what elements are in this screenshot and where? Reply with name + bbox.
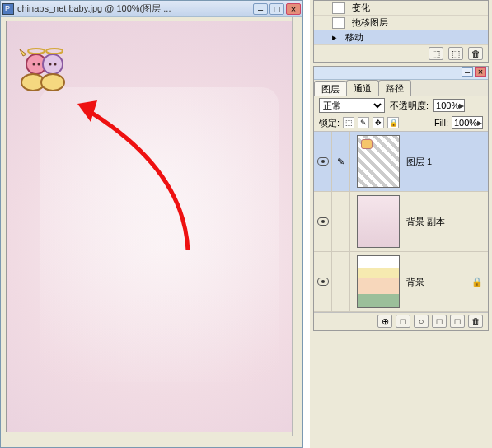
layer-name[interactable]: 背景 副本 xyxy=(406,216,488,228)
history-item[interactable]: ▸ 移动 xyxy=(314,30,488,45)
sticker-spot xyxy=(361,139,373,149)
svg-point-8 xyxy=(49,63,52,66)
layer-thumbnail[interactable] xyxy=(357,195,400,248)
link-toggle[interactable]: ✎ xyxy=(332,132,350,191)
layer-row[interactable]: 背景 副本 xyxy=(314,192,488,252)
eye-icon xyxy=(317,217,329,226)
adjust-layer-button[interactable]: □ xyxy=(432,315,447,328)
minimize-button[interactable]: – xyxy=(253,3,268,15)
new-snapshot-button[interactable]: ⬚ xyxy=(429,47,443,60)
new-set-button[interactable]: ○ xyxy=(414,315,429,328)
lock-all-icon[interactable]: 🔒 xyxy=(387,117,399,128)
panel-tabs: 图层 通道 路径 xyxy=(314,80,488,96)
history-panel: 变化 拖移图层 ▸ 移动 ⬚ ⬚ 🗑 xyxy=(313,0,489,63)
history-item[interactable]: 变化 xyxy=(314,1,488,16)
angel-sticker xyxy=(18,44,71,96)
app-icon xyxy=(2,3,14,15)
panel-titlebar[interactable]: – × xyxy=(314,67,488,80)
window-title: chinaps_net baby.jpg @ 100%(图层 ... xyxy=(17,2,253,15)
lock-transparent-icon[interactable]: ⬚ xyxy=(343,117,354,128)
visibility-toggle[interactable] xyxy=(314,132,332,191)
lock-row: 锁定: ⬚ ✎ ✥ 🔒 Fill: 100%▶ xyxy=(314,114,488,131)
history-label: 拖移图层 xyxy=(352,16,388,29)
layers-footer: ⊕ □ ○ □ □ 🗑 xyxy=(314,312,488,330)
svg-point-5 xyxy=(41,74,64,91)
panel-minimize-button[interactable]: – xyxy=(462,67,473,77)
layer-row[interactable]: ✎ 图层 1 xyxy=(314,132,488,192)
history-label: 变化 xyxy=(352,2,370,14)
history-item[interactable]: 拖移图层 xyxy=(314,16,488,30)
panel-close-button[interactable]: × xyxy=(475,67,486,77)
opacity-input[interactable]: 100%▶ xyxy=(433,99,465,112)
fill-label: Fill: xyxy=(434,118,448,128)
lock-label: 锁定: xyxy=(319,117,340,129)
tab-paths[interactable]: 路径 xyxy=(378,80,411,96)
panels-column: 变化 拖移图层 ▸ 移动 ⬚ ⬚ 🗑 – × 图层 通道 路径 正常 xyxy=(310,0,492,448)
blend-mode-select[interactable]: 正常 xyxy=(319,98,385,113)
eye-icon xyxy=(317,157,329,166)
titlebar[interactable]: chinaps_net baby.jpg @ 100%(图层 ... – □ × xyxy=(1,1,302,17)
horizontal-scrollbar[interactable] xyxy=(1,436,292,447)
trash-button[interactable]: 🗑 xyxy=(468,47,483,60)
opacity-label: 不透明度: xyxy=(390,100,429,112)
blend-row: 正常 不透明度: 100%▶ xyxy=(314,96,488,114)
move-icon: ▸ xyxy=(332,32,337,43)
chevron-right-icon: ▶ xyxy=(459,102,464,110)
chevron-right-icon: ▶ xyxy=(477,119,482,127)
layer-name[interactable]: 背景 xyxy=(406,276,471,288)
lock-icon: 🔒 xyxy=(471,277,483,287)
layer-mask-button[interactable]: □ xyxy=(396,315,410,328)
history-footer: ⬚ ⬚ 🗑 xyxy=(314,45,488,62)
new-layer-button[interactable]: □ xyxy=(450,315,465,328)
tab-channels[interactable]: 通道 xyxy=(346,80,379,96)
history-thumb-icon xyxy=(332,17,345,29)
layer-style-button[interactable]: ⊕ xyxy=(377,315,392,328)
svg-point-3 xyxy=(43,54,63,74)
document-window: chinaps_net baby.jpg @ 100%(图层 ... – □ × xyxy=(0,0,303,448)
layer-thumbnail[interactable] xyxy=(357,255,400,308)
history-thumb-icon xyxy=(332,2,345,14)
layer-row[interactable]: 背景 🔒 xyxy=(314,252,488,312)
svg-point-6 xyxy=(33,63,35,66)
layer-list: ✎ 图层 1 背景 副本 背景 🔒 xyxy=(314,131,488,312)
svg-point-1 xyxy=(46,49,63,54)
link-toggle[interactable] xyxy=(332,252,350,311)
maximize-button[interactable]: □ xyxy=(269,3,284,15)
vertical-scrollbar[interactable] xyxy=(292,17,302,436)
link-toggle[interactable] xyxy=(332,192,350,251)
svg-point-9 xyxy=(54,63,57,66)
layer-name[interactable]: 图层 1 xyxy=(406,156,488,168)
fill-input[interactable]: 100%▶ xyxy=(452,116,483,129)
visibility-toggle[interactable] xyxy=(314,192,332,251)
lock-pixels-icon[interactable]: ✎ xyxy=(358,117,369,128)
annotation-arrow xyxy=(73,94,204,259)
layer-thumbnail[interactable] xyxy=(357,135,400,188)
svg-point-7 xyxy=(38,63,40,66)
canvas[interactable] xyxy=(6,21,296,432)
visibility-toggle[interactable] xyxy=(314,252,332,311)
history-label: 移动 xyxy=(345,31,363,44)
tab-layers[interactable]: 图层 xyxy=(314,81,347,96)
svg-point-0 xyxy=(28,49,45,54)
layers-panel: – × 图层 通道 路径 正常 不透明度: 100%▶ 锁定: ⬚ ✎ ✥ 🔒 … xyxy=(313,66,489,331)
lock-position-icon[interactable]: ✥ xyxy=(373,117,384,128)
delete-layer-button[interactable]: 🗑 xyxy=(468,315,483,328)
new-doc-button[interactable]: ⬚ xyxy=(448,47,463,60)
close-button[interactable]: × xyxy=(286,3,301,15)
eye-icon xyxy=(317,278,329,286)
